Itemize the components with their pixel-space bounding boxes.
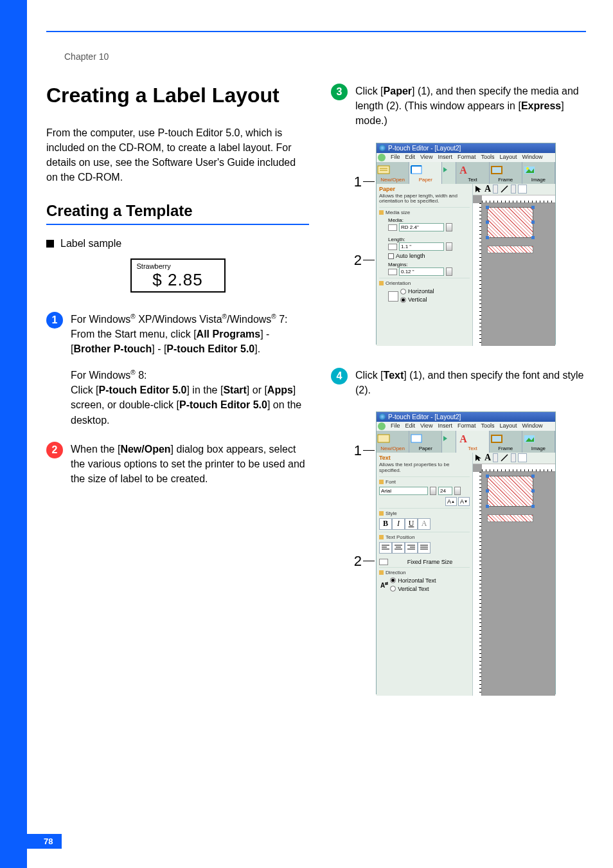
menu-format[interactable]: Format (458, 422, 476, 430)
orient-horizontal-label: Horizontal (408, 288, 434, 294)
dropdown-arrow-icon[interactable] (430, 487, 436, 495)
font-decrease-button[interactable]: A▼ (458, 497, 470, 506)
window-titlebar: P-touch Editor - [Layout2] (377, 143, 555, 153)
group-orientation: Orientation (386, 280, 411, 286)
menu-tools[interactable]: Tools (481, 422, 494, 430)
menu-icon[interactable] (378, 422, 386, 430)
shape-tool-icon[interactable] (518, 185, 527, 194)
align-center-button[interactable] (392, 542, 405, 554)
pointer-icon[interactable] (475, 454, 483, 462)
margins-spinner[interactable] (446, 267, 452, 276)
dir-horizontal-label: Horizontal Text (398, 577, 436, 584)
length-input[interactable] (399, 242, 444, 251)
svg-rect-3 (411, 166, 422, 174)
menu-edit[interactable]: Edit (405, 422, 416, 430)
line-tool-icon[interactable] (500, 453, 509, 462)
label-object[interactable] (487, 476, 533, 507)
svg-line-34 (501, 455, 508, 461)
editor-canvas[interactable]: A (473, 184, 555, 346)
side-panel-heading: Text (379, 455, 470, 461)
media-dropdown[interactable] (399, 223, 444, 231)
menu-layout[interactable]: Layout (499, 422, 517, 430)
label-object-2[interactable] (487, 514, 533, 522)
editor-canvas[interactable]: A (473, 453, 555, 696)
dropdown-arrow-icon[interactable] (446, 223, 452, 231)
align-left-button[interactable] (379, 542, 392, 554)
dropdown-icon[interactable] (511, 185, 516, 194)
margins-input[interactable] (399, 267, 444, 276)
underline-button[interactable]: U (405, 518, 418, 530)
orientation-icon (388, 291, 398, 302)
menu-window[interactable]: Window (522, 422, 542, 430)
tab-image[interactable]: Image (522, 431, 555, 453)
intro-paragraph: From the computer, use P-touch Editor 5.… (46, 125, 309, 185)
horizontal-ruler (482, 464, 555, 472)
menu-insert[interactable]: Insert (438, 154, 452, 161)
step-3-text: Click [Paper] (1), and then specify the … (355, 84, 594, 129)
label-object[interactable] (487, 207, 533, 238)
tab-frame[interactable]: Frame (490, 162, 522, 184)
label-sample-name: Strawberry (137, 262, 219, 270)
tab-newopen[interactable]: New/Open (377, 431, 409, 453)
app-menubar[interactable]: File Edit View Insert Format Tools Layou… (377, 153, 555, 162)
orient-vertical-radio[interactable] (400, 297, 406, 303)
font-increase-button[interactable]: A▲ (445, 497, 457, 506)
screenshot-paper-panel: 1 2 P-touch Editor - [Layout2] File Edit… (348, 143, 594, 355)
line-tool-icon[interactable] (500, 185, 509, 194)
autolength-checkbox[interactable] (388, 253, 394, 259)
font-size-dropdown[interactable] (438, 487, 452, 495)
svg-point-11 (526, 167, 529, 170)
menu-tools[interactable]: Tools (481, 154, 494, 161)
align-right-button[interactable] (405, 542, 418, 554)
canvas-toolbar[interactable]: A (473, 453, 555, 464)
menu-format[interactable]: Format (458, 154, 476, 161)
label-object-2[interactable] (487, 246, 533, 253)
page-title: Creating a Label Layout (46, 84, 309, 107)
tab-paper[interactable]: Paper (409, 431, 442, 453)
tab-frame[interactable]: Frame (490, 431, 522, 453)
orient-vertical-label: Vertical (408, 296, 427, 303)
app-menubar[interactable]: File Edit View Insert Format Tools Layou… (377, 422, 555, 431)
menu-view[interactable]: View (420, 422, 432, 430)
step-2-text: When the [New/Open] dialog box appears, … (71, 442, 309, 487)
dir-vertical-radio[interactable] (390, 586, 396, 592)
length-spinner[interactable] (446, 242, 452, 251)
tab-text[interactable]: AText (456, 431, 489, 453)
tab-paper[interactable]: Paper (409, 162, 442, 184)
menu-view[interactable]: View (420, 154, 432, 161)
dropdown-icon[interactable] (493, 453, 498, 462)
italic-button[interactable]: I (392, 518, 405, 530)
text-tool-icon[interactable]: A (484, 453, 491, 463)
step-badge-2: 2 (46, 442, 63, 458)
callout-2: 2 (348, 553, 362, 570)
shape-tool-icon[interactable] (518, 453, 527, 462)
tab-image[interactable]: Image (522, 162, 555, 184)
text-tool-icon[interactable]: A (484, 184, 491, 194)
bold-button[interactable]: B (379, 518, 392, 530)
dropdown-arrow-icon[interactable] (454, 487, 461, 495)
menu-icon[interactable] (378, 154, 386, 161)
tab-newopen[interactable]: New/Open (377, 162, 409, 184)
menu-file[interactable]: File (391, 422, 400, 430)
menu-window[interactable]: Window (522, 154, 542, 161)
tab-text[interactable]: AText (456, 162, 489, 184)
tab-expand[interactable] (442, 431, 456, 453)
menu-edit[interactable]: Edit (405, 154, 416, 161)
menu-file[interactable]: File (391, 154, 400, 161)
dir-horizontal-radio[interactable] (390, 577, 396, 583)
step-1-text: For Windows® XP/Windows Vista®/Windows® … (71, 312, 309, 428)
dir-vertical-label: Vertical Text (398, 586, 429, 592)
canvas-toolbar[interactable]: A (473, 184, 555, 195)
direction-icon: A⇄ (380, 581, 388, 589)
outline-button[interactable]: A (418, 518, 431, 530)
menu-layout[interactable]: Layout (499, 154, 517, 161)
dropdown-icon[interactable] (493, 185, 498, 194)
font-name-dropdown[interactable] (379, 487, 428, 495)
autolength-label: Auto length (396, 253, 425, 259)
dropdown-icon[interactable] (511, 453, 516, 462)
pointer-icon[interactable] (475, 185, 483, 193)
tab-expand[interactable] (442, 162, 456, 184)
align-justify-button[interactable] (418, 542, 431, 554)
orient-horizontal-radio[interactable] (400, 289, 406, 294)
menu-insert[interactable]: Insert (438, 422, 452, 430)
